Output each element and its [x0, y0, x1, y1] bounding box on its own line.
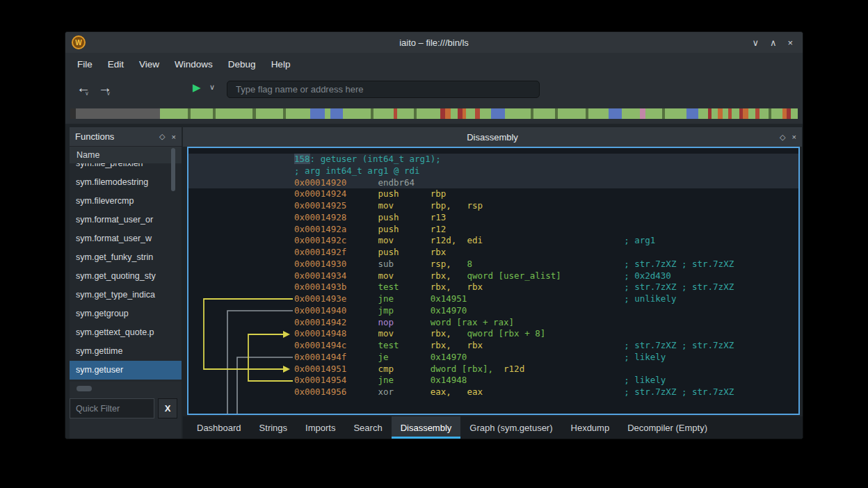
function-item[interactable]: sym.format_user_or: [70, 211, 182, 229]
disassembly-line[interactable]: ; arg int64_t arg1 @ rdi: [188, 165, 798, 177]
titlebar[interactable]: W iaito – file:///bin/ls ∨ ∧ ×: [65, 32, 803, 53]
disassembly-line[interactable]: 0x00014920 endbr64: [188, 177, 798, 189]
disassembly-view[interactable]: 158: getuser (int64_t arg1);; arg int64_…: [187, 147, 800, 415]
tab-imports[interactable]: Imports: [296, 416, 344, 439]
disassembly-line[interactable]: 0x00014948 mov rbx, qword [rbx + 8]: [188, 328, 798, 340]
maximize-icon[interactable]: ∧: [770, 38, 777, 48]
functions-panel-title: Functions: [75, 131, 153, 142]
functions-horizontal-scrollbar[interactable]: [77, 386, 92, 391]
continue-play-icon[interactable]: ▶: [193, 81, 201, 94]
disassembly-line[interactable]: 0x00014954 jne 0x14948 ; likely: [188, 375, 798, 387]
tab-hexdump[interactable]: Hexdump: [562, 416, 619, 439]
menu-windows[interactable]: Windows: [167, 56, 220, 72]
function-item[interactable]: sym.gettext_quote.p: [70, 323, 182, 342]
functions-column-header[interactable]: Name: [70, 146, 182, 163]
disassembly-close-icon[interactable]: ×: [792, 133, 796, 141]
memory-map-segment: [718, 108, 723, 119]
disassembly-line[interactable]: 0x0001492f push rbx: [188, 247, 798, 259]
desktop-background: W iaito – file:///bin/ls ∨ ∧ × FileEditV…: [0, 0, 868, 488]
memory-map-segment: [665, 108, 687, 119]
function-item[interactable]: sym.file_prefixlen: [70, 163, 182, 173]
play-dropdown-chevron-icon[interactable]: ∨: [209, 83, 215, 92]
function-item[interactable]: sym.gettime: [70, 342, 182, 361]
memory-map-segment: [712, 108, 718, 119]
memory-map-segment: [748, 108, 756, 119]
back-history-chevron-icon[interactable]: ∨: [85, 90, 89, 97]
memory-map-segment: [445, 108, 451, 119]
disassembly-line[interactable]: 0x00014924 push rbp: [188, 188, 798, 200]
disassembly-panel-header[interactable]: Disassembly ◇ ×: [183, 127, 802, 147]
close-icon[interactable]: ×: [787, 38, 793, 48]
functions-vertical-scrollbar[interactable]: [171, 148, 175, 191]
minimize-icon[interactable]: ∨: [752, 38, 759, 48]
memory-map-segment: [645, 108, 662, 119]
disassembly-line[interactable]: 0x00014928 push r13: [188, 212, 798, 224]
function-item[interactable]: sym.format_user_w: [70, 229, 182, 248]
menu-view[interactable]: View: [131, 56, 167, 72]
menu-help[interactable]: Help: [264, 56, 298, 72]
disassembly-line[interactable]: 0x00014930 sub rsp, 8 ; str.7zXZ ; str.7…: [188, 259, 798, 270]
tab-dashboard[interactable]: Dashboard: [188, 416, 250, 439]
disassembly-line[interactable]: 0x0001492a push r12: [188, 224, 798, 236]
app-logo-letter: W: [75, 39, 81, 47]
disassembly-line[interactable]: 0x0001492c mov r12d, edi ; arg1: [188, 235, 798, 247]
menu-file[interactable]: File: [70, 56, 100, 72]
disassembly-line[interactable]: 0x0001493e jne 0x14951 ; unlikely: [188, 293, 798, 305]
memory-map-segment: [343, 108, 371, 119]
disassembly-line[interactable]: 0x0001493b test rbx, rbx ; str.7zXZ ; st…: [188, 282, 798, 293]
memory-map-segment: [466, 108, 475, 119]
disassembly-line[interactable]: 0x00014925 mov rbp, rsp: [188, 200, 798, 212]
memory-map-segment: [451, 108, 458, 119]
function-item[interactable]: sym.getuser: [70, 361, 182, 380]
tab-disassembly[interactable]: Disassembly: [392, 416, 461, 439]
function-item[interactable]: sym.getgroup: [70, 304, 182, 323]
memory-map-segment: [458, 108, 463, 119]
tab-decompiler-empty[interactable]: Decompiler (Empty): [618, 416, 716, 439]
functions-panel-header[interactable]: Functions ◇ ×: [70, 127, 182, 146]
menubar: FileEditViewWindowsDebugHelp: [65, 53, 803, 75]
disassembly-line[interactable]: 0x0001494c test rbx, rbx ; str.7zXZ ; st…: [188, 340, 798, 352]
disassembly-detach-icon[interactable]: ◇: [780, 133, 785, 142]
memory-map-segment: [686, 108, 698, 119]
function-item[interactable]: sym.get_type_indica: [70, 286, 182, 304]
menu-edit[interactable]: Edit: [100, 56, 131, 72]
disassembly-line[interactable]: 0x0001494f je 0x14970 ; likely: [188, 352, 798, 364]
memory-map-bar[interactable]: [70, 108, 798, 119]
flag-search-input[interactable]: [227, 81, 540, 98]
functions-list: sym.file_prefixlensym.filemodestringsym.…: [70, 163, 182, 382]
disassembly-line[interactable]: 0x00014934 mov rbx, qword [user_alist] ;…: [188, 270, 798, 282]
tab-graph-sym-getuser[interactable]: Graph (sym.getuser): [460, 416, 561, 439]
memory-map-segment: [256, 108, 284, 119]
tab-strings[interactable]: Strings: [250, 416, 296, 439]
memory-map-segment: [417, 108, 440, 119]
functions-panel: Functions ◇ × Name sym.file_prefixlensym…: [70, 127, 182, 439]
menu-debug[interactable]: Debug: [220, 56, 264, 72]
memory-map-segment: [286, 108, 310, 119]
clear-filter-button[interactable]: X: [158, 398, 177, 418]
functions-close-icon[interactable]: ×: [172, 133, 176, 141]
memory-map-segment: [533, 108, 556, 119]
memory-map-segment: [216, 108, 252, 119]
memory-map-segment: [588, 108, 609, 119]
disassembly-line[interactable]: 0x00014940 jmp 0x14970: [188, 305, 798, 317]
memory-map-segment: [640, 108, 645, 119]
disassembly-line[interactable]: 0x00014956 xor eax, eax ; str.7zXZ ; str…: [188, 387, 798, 398]
function-item[interactable]: sym.get_funky_strin: [70, 248, 182, 267]
memory-map-segment: [558, 108, 586, 119]
memory-map-segment: [491, 108, 505, 119]
disassembly-line[interactable]: 0x00014951 cmp dword [rbx], r12d: [188, 364, 798, 375]
disassembly-panel-title: Disassembly: [467, 132, 518, 143]
memory-map-segment: [723, 108, 728, 119]
quick-filter-input[interactable]: [70, 398, 154, 418]
memory-map-segment: [70, 108, 76, 119]
functions-detach-icon[interactable]: ◇: [159, 132, 165, 141]
tab-search[interactable]: Search: [344, 416, 391, 439]
memory-map-segment: [791, 108, 798, 119]
window-title: iaito – file:///bin/ls: [65, 38, 803, 48]
function-item[interactable]: sym.filemodestring: [70, 173, 182, 192]
forward-history-chevron-icon[interactable]: ∨: [106, 90, 111, 97]
disassembly-line[interactable]: 0x00014942 nop word [rax + rax]: [188, 317, 798, 329]
disassembly-line[interactable]: 158: getuser (int64_t arg1);: [188, 154, 798, 165]
function-item[interactable]: sym.get_quoting_sty: [70, 267, 182, 286]
function-item[interactable]: sym.filevercmp: [70, 192, 182, 211]
